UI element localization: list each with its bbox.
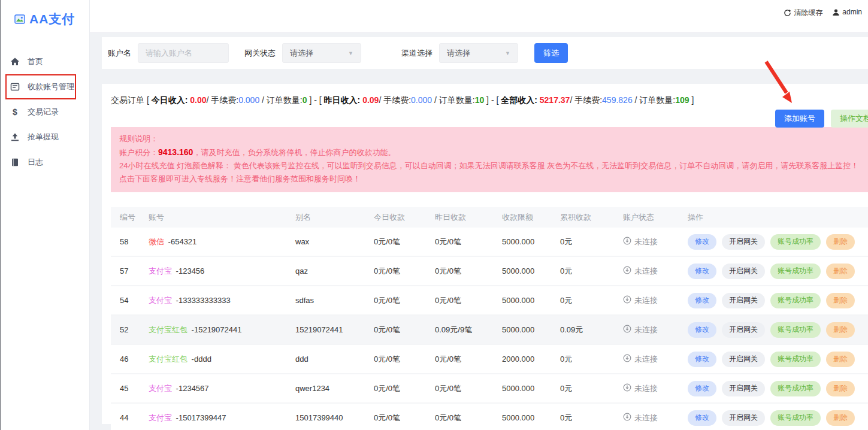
account-success-rate-button[interactable]: 账号成功率 [770,381,821,396]
edit-button[interactable]: 修改 [688,264,716,279]
edit-button[interactable]: 修改 [688,234,716,250]
sidebar-item-accounts[interactable]: 收款账号管理 [1,74,89,99]
cell-account-status: 未连接 [614,237,679,247]
cell-actions: 修改开启网关账号成功率删除 [679,234,868,250]
cell-yesterday-income: 0元/0笔 [426,237,493,247]
not-connected-icon [623,413,631,423]
account-type-label: 支付宝 [149,413,172,422]
account-number: -123456 [174,267,204,275]
cell-actions: 修改开启网关账号成功率删除 [679,381,868,396]
account-number: -15219072441 [189,325,241,334]
open-gateway-button[interactable]: 开启网关 [722,322,765,338]
cell-total-income: 0元 [551,383,614,394]
table-row: 52支付宝红包 -15219072441152190724410元/0笔0.09… [111,316,868,345]
cell-account-status: 未连接 [614,266,679,277]
add-account-button[interactable]: 添加账号 [775,110,824,128]
open-gateway-button[interactable]: 开启网关 [722,410,765,426]
open-gateway-button[interactable]: 开启网关 [722,352,765,367]
notice-text: 账户积分： [119,148,158,157]
account-number: -1234567 [174,384,209,393]
sidebar-item-transactions[interactable]: $交易记录 [1,99,89,125]
gateway-status-select[interactable]: 请选择 ▼ [282,43,361,63]
open-gateway-button[interactable]: 开启网关 [722,381,765,396]
edit-button[interactable]: 修改 [688,322,716,338]
edit-button[interactable]: 修改 [688,381,716,396]
notice-text: ，请及时充值，负分系统将停机，停止你商户的收款功能。 [193,148,395,157]
account-success-rate-button[interactable]: 账号成功率 [770,293,821,308]
not-connected-icon [623,266,631,276]
user-icon [832,8,840,16]
cell-yesterday-income: 0.09元/9笔 [426,325,493,335]
channel-select[interactable]: 请选择 ▼ [439,43,518,63]
sidebar-item-home[interactable]: 首页 [1,49,89,74]
doc-download-button[interactable]: 操作文档下载 [831,110,868,128]
username-label: admin [842,8,862,16]
summary-segment: 今日收入: [152,95,190,105]
edit-button[interactable]: 修改 [688,293,716,308]
notice-line: 账户积分：9413.160，请及时充值，负分系统将停机，停止你商户的收款功能。 [119,146,860,159]
cell-total-income: 0元 [551,354,614,365]
account-success-rate-button[interactable]: 账号成功率 [770,264,821,279]
refresh-icon [784,9,791,17]
delete-button[interactable]: 删除 [826,381,855,396]
cell-today-income: 0元/0笔 [365,266,426,277]
cell-account: 支付宝 -1234567 [140,383,286,394]
sidebar-item-label: 首页 [28,56,43,67]
cell-alias: 15219072441 [286,325,365,334]
account-name-label: 账户名 [108,48,131,59]
channel-select-label: 渠道选择 [401,48,433,59]
order-summary: 交易订单 [ 今日收入: 0.00/ 手续费:0.000 / 订单数量:0 ] … [111,95,868,106]
cell-account-status: 未连接 [614,413,679,423]
account-success-rate-button[interactable]: 账号成功率 [770,410,821,426]
cell-account-status: 未连接 [614,325,679,335]
cell-limit: 5000.000 [493,413,551,422]
cell-today-income: 0元/0笔 [365,295,426,306]
delete-button[interactable]: 删除 [826,410,855,426]
log-icon [10,158,20,167]
summary-segment: / 订单数量: [633,95,676,105]
cell-total-income: 0元 [551,295,614,306]
clear-cache-button[interactable]: 清除缓存 [784,8,822,18]
cell-limit: 5000.000 [493,325,551,334]
summary-segment: 459.826 [602,95,633,105]
summary-segment: 10 [475,95,485,105]
user-menu[interactable]: admin [832,8,862,16]
account-name-input[interactable] [138,43,229,63]
cell-alias: sdfas [286,296,365,305]
sidebar-item-label: 收款账号管理 [28,81,74,92]
gateway-status-label: 网关状态 [244,48,276,59]
open-gateway-button[interactable]: 开启网关 [722,264,765,279]
cell-id: 52 [111,325,140,334]
edit-button[interactable]: 修改 [688,410,716,426]
cell-account: 支付宝 -15017399447 [140,413,286,423]
sidebar-item-withdraw[interactable]: 抢单提现 [1,125,89,150]
delete-button[interactable]: 删除 [826,293,855,308]
cell-actions: 修改开启网关账号成功率删除 [679,293,868,308]
account-success-rate-button[interactable]: 账号成功率 [770,234,821,250]
brand-logo-icon [14,14,25,25]
filter-submit-button[interactable]: 筛选 [534,43,568,63]
summary-segment: ] - [ [307,95,324,105]
not-connected-icon [623,354,631,364]
notice-text: 24小时在线充值 灯泡颜色解释： 黄色代表该账号监控在线，可以监听到交易信息，可… [119,161,858,183]
account-type-label: 支付宝红包 [149,325,187,334]
account-type-label: 支付宝 [149,267,172,275]
cell-account: 支付宝 -123456 [140,266,286,277]
delete-button[interactable]: 删除 [826,322,855,338]
cell-yesterday-income: 0元/0笔 [426,413,493,423]
summary-segment: / 手续费: [570,95,602,105]
sidebar-item-log[interactable]: 日志 [1,150,89,175]
summary-segment: 0.000 [238,95,259,105]
open-gateway-button[interactable]: 开启网关 [722,234,765,250]
account-success-rate-button[interactable]: 账号成功率 [770,352,821,367]
cell-limit: 5000.000 [493,267,551,275]
edit-button[interactable]: 修改 [688,352,716,367]
cell-yesterday-income: 0元/0笔 [426,354,493,365]
account-success-rate-button[interactable]: 账号成功率 [770,322,821,338]
delete-button[interactable]: 删除 [826,352,855,367]
open-gateway-button[interactable]: 开启网关 [722,293,765,308]
delete-button[interactable]: 删除 [826,234,855,250]
delete-button[interactable]: 删除 [826,264,855,279]
brand-logo[interactable]: AA支付 [1,0,89,28]
summary-segment: / 订单数量: [432,95,475,105]
